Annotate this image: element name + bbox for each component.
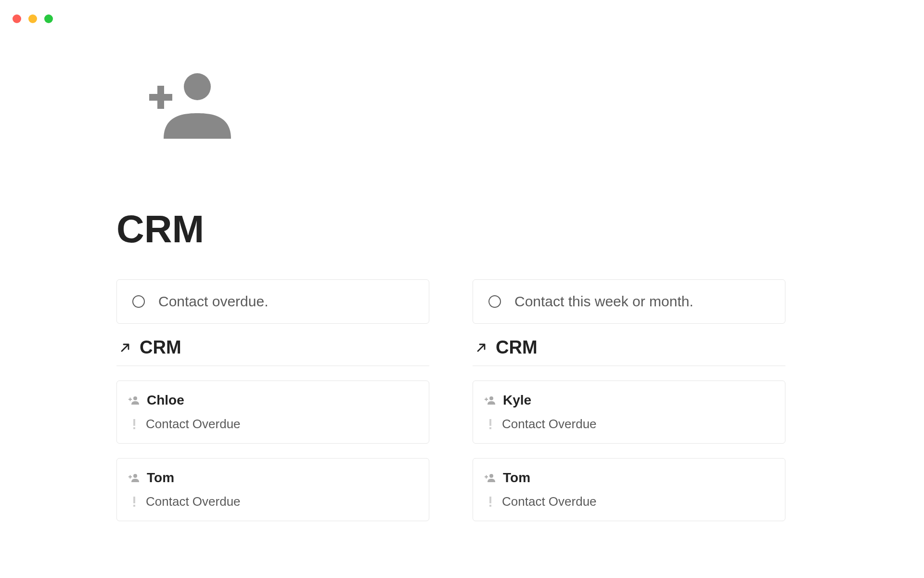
linked-db-label: CRM [496,337,538,358]
page-title: CRM [116,207,204,251]
svg-rect-21 [489,497,491,503]
card-name-row: Tom [128,470,417,486]
contact-card[interactable]: Tom Contact Overdue [473,458,785,521]
exclamation-icon [131,419,137,430]
contact-card[interactable]: Chloe Contact Overdue [116,381,429,444]
svg-point-18 [489,474,493,478]
exclamation-icon [131,497,137,507]
card-status-row: Contact Overdue [485,494,773,509]
contact-name: Kyle [503,393,531,408]
linked-db-crm[interactable]: CRM [116,337,429,366]
contact-status: Contact Overdue [502,494,597,509]
contact-card[interactable]: Tom Contact Overdue [116,458,429,521]
minimize-window-button[interactable] [28,14,37,23]
callout-overdue[interactable]: Contact overdue. [116,279,429,324]
callout-this-week[interactable]: Contact this week or month. [473,279,785,324]
callout-text: Contact this week or month. [514,293,693,310]
svg-rect-7 [133,427,135,429]
person-add-icon [485,473,495,482]
contact-status: Contact Overdue [146,417,241,432]
arrow-upright-icon [475,342,487,354]
svg-point-3 [133,396,137,400]
contact-status: Contact Overdue [502,417,597,432]
svg-rect-22 [489,505,491,507]
circle-icon [132,295,145,308]
contact-card[interactable]: Kyle Contact Overdue [473,381,785,444]
svg-rect-12 [133,505,135,507]
card-name-row: Chloe [128,393,417,408]
callout-text: Contact overdue. [158,293,268,310]
svg-rect-17 [489,427,491,429]
contact-name: Chloe [147,393,184,408]
linked-db-crm[interactable]: CRM [473,337,785,366]
svg-point-0 [184,73,211,100]
person-add-icon [128,473,139,482]
window-traffic-lights [13,14,53,23]
svg-point-13 [489,396,493,400]
card-status-row: Contact Overdue [128,494,417,509]
circle-icon [488,295,501,308]
exclamation-icon [488,497,493,507]
person-add-icon [128,396,139,405]
svg-rect-15 [486,398,487,401]
column-overdue: Contact overdue. CRM Chloe [116,279,429,521]
linked-db-label: CRM [140,337,181,358]
svg-rect-20 [486,475,487,479]
page-icon-person-add[interactable] [135,67,231,140]
person-add-icon [485,396,495,405]
svg-rect-5 [130,398,131,401]
columns-container: Contact overdue. CRM Chloe [116,279,785,521]
maximize-window-button[interactable] [44,14,53,23]
card-status-row: Contact Overdue [128,417,417,432]
card-name-row: Kyle [485,393,773,408]
svg-rect-11 [133,497,135,503]
contact-name: Tom [147,470,174,486]
contact-name: Tom [503,470,530,486]
svg-rect-2 [157,86,164,109]
svg-point-8 [133,474,137,478]
card-name-row: Tom [485,470,773,486]
svg-rect-16 [489,419,491,426]
svg-rect-6 [133,419,135,426]
close-window-button[interactable] [13,14,21,23]
column-this-week: Contact this week or month. CRM Kyle [473,279,785,521]
arrow-upright-icon [119,342,131,354]
exclamation-icon [488,419,493,430]
svg-rect-10 [130,475,131,479]
card-status-row: Contact Overdue [485,417,773,432]
contact-status: Contact Overdue [146,494,241,509]
